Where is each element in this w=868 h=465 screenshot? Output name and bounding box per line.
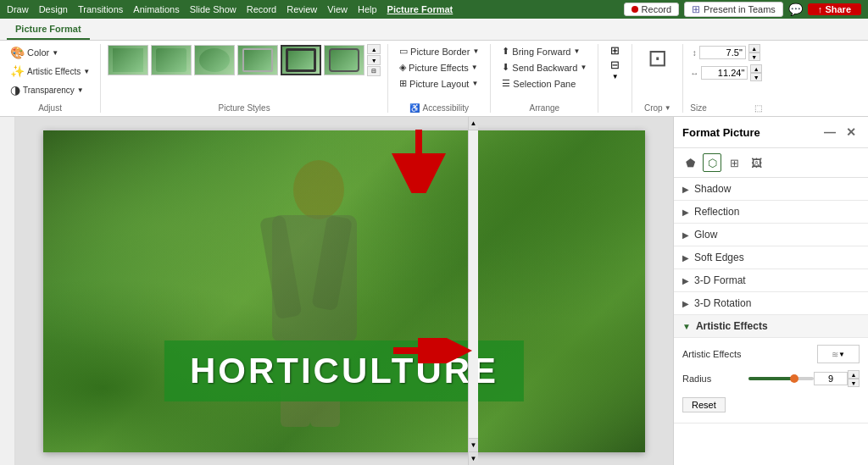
dropdown-arrow-icon: ▼ [838,351,845,358]
3d-format-section-header[interactable]: ▶ 3-D Format [674,269,868,292]
panel-icon-size[interactable]: ⊞ [725,153,743,172]
arrange-dropdown-icon[interactable]: ▼ [612,73,619,80]
glow-chevron-icon: ▶ [682,230,689,240]
picture-styles-label: Picture Styles [219,102,270,113]
bring-forward-button[interactable]: ⬆ Bring Forward ▼ [498,44,584,58]
arrange-icon1[interactable]: ⊞ [610,44,620,57]
adjust-group: 🎨 Color ▼ ✨ Artistic Effects ▼ ◑ Transpa… [0,44,101,113]
color-icon: 🎨 [10,46,25,59]
height-spin-dn[interactable]: ▼ [748,53,760,61]
effects-dropdown-icon: ▼ [471,64,478,71]
artistic-effects-row: Artistic Effects ≋ ▼ [682,345,860,363]
size-expand-icon[interactable]: ⬚ [754,103,762,113]
teams-button[interactable]: ⊞ Present in Teams [684,2,783,17]
tab-picture-format[interactable]: Picture Format [387,4,453,14]
transparency-icon: ◑ [10,83,20,97]
accessibility-label[interactable]: ♿ Accessibility [409,102,468,113]
width-input[interactable] [701,66,748,80]
styles-scroll-dn[interactable]: ▼ [367,55,381,65]
panel-close-icon[interactable]: ✕ [843,124,860,141]
tab-help[interactable]: Help [358,4,377,14]
scroll-up-btn[interactable]: ▲ [469,117,478,130]
transparency-label: Transparency [23,86,75,95]
comment-icon[interactable]: 💬 [788,3,803,16]
share-button[interactable]: ↑ Share [808,3,861,15]
tab-draw[interactable]: Draw [7,4,29,14]
send-backward-button[interactable]: ⬇ Send Backward ▼ [498,60,591,75]
height-spin-up[interactable]: ▲ [748,44,760,53]
arrange-icon2[interactable]: ⊟ [610,58,620,71]
3d-rotation-chevron-icon: ▶ [682,299,689,308]
width-spin-dn[interactable]: ▼ [750,73,762,81]
picture-controls-group: ▭ Picture Border ▼ ◈ Picture Effects ▼ ⊞… [388,44,491,113]
color-button[interactable]: 🎨 Color ▼ [7,44,62,61]
selection-icon: ☰ [502,78,510,89]
scroll-dn2-btn[interactable]: ▼ [469,451,478,465]
panel-icon-shape[interactable]: ⬟ [681,153,699,172]
picture-border-button[interactable]: ▭ Picture Border ▼ [395,44,483,58]
3d-format-label: 3-D Format [694,274,746,286]
tab-slideshow[interactable]: Slide Show [190,4,236,14]
radius-input[interactable] [814,372,848,385]
3d-rotation-section-header[interactable]: ▶ 3-D Rotation [674,292,868,315]
styles-scroll-up[interactable]: ▲ [367,44,381,54]
tab-transitions[interactable]: Transitions [78,4,123,14]
style-thumb-3[interactable] [194,45,235,75]
tab-design[interactable]: Design [39,4,68,14]
radius-label: Radius [682,374,748,384]
tab-record[interactable]: Record [247,4,276,14]
scroll-dn-btn[interactable]: ▼ [469,438,478,451]
radius-spin-dn[interactable]: ▼ [848,379,860,387]
tab-animations[interactable]: Animations [133,4,179,14]
artistic-effects-dropdown[interactable]: ≋ ▼ [817,345,860,363]
artistic-effects-button[interactable]: ✨ Artistic Effects ▼ [7,63,93,80]
bring-forward-label: Bring Forward [512,47,570,57]
send-backward-label: Send Backward [512,63,577,73]
style-thumb-2[interactable] [151,45,192,75]
shadow-label: Shadow [694,183,731,195]
record-button[interactable]: Record [624,3,679,16]
tab-view[interactable]: View [327,4,348,14]
panel-minimize-icon[interactable]: — [821,124,839,141]
styles-more[interactable]: ⊟ [367,66,381,76]
soft-edges-section-header[interactable]: ▶ Soft Edges [674,246,868,269]
radius-slider-track[interactable] [748,377,815,380]
picture-layout-button[interactable]: ⊞ Picture Layout ▼ [395,76,482,91]
radius-slider-fill [748,377,794,380]
shadow-section-header[interactable]: ▶ Shadow [674,178,868,201]
transparency-dropdown-icon: ▼ [77,86,84,94]
slide-area[interactable]: HORTICULTURE ▲ ▼ ▼ [15,117,673,465]
style-thumb-5[interactable] [281,45,321,75]
crop-label[interactable]: Crop ▼ [644,102,671,113]
glow-section-header[interactable]: ▶ Glow [674,224,868,246]
radius-slider-thumb[interactable] [790,374,798,383]
reflection-section-header[interactable]: ▶ Reflection [674,201,868,224]
tab-review[interactable]: Review [287,4,317,14]
height-input[interactable] [699,46,746,59]
teams-label: Present in Teams [704,4,776,14]
crop-icon: ⊡ [648,44,667,72]
left-ruler [0,117,15,465]
color-label: Color [27,47,49,58]
reset-button[interactable]: Reset [682,397,726,412]
artistic-effects-control: ≋ ▼ [817,345,860,363]
width-spin-up[interactable]: ▲ [750,64,762,73]
panel-icon-picture[interactable]: 🖼 [747,153,765,172]
height-icon: ↕ [693,48,697,58]
artistic-effects-section-header[interactable]: ▼ Artistic Effects [674,315,868,338]
selection-pane-button[interactable]: ☰ Selection Pane [498,76,580,91]
style-thumb-6[interactable] [324,45,364,75]
panel-tab-icons: ⬟ ⬡ ⊞ 🖼 [674,148,868,178]
panel-icon-effects[interactable]: ⬡ [703,153,721,172]
picture-effects-button[interactable]: ◈ Picture Effects ▼ [395,60,482,75]
transparency-button[interactable]: ◑ Transparency ▼ [7,81,87,98]
bring-forward-icon: ⬆ [502,46,509,57]
crop-group: ⊡ Crop ▼ [632,44,683,113]
ribbon: 🎨 Color ▼ ✨ Artistic Effects ▼ ◑ Transpa… [0,41,868,117]
radius-spin-up[interactable]: ▲ [848,370,860,379]
share-label: Share [825,4,851,14]
ribbon-tab-picture-format[interactable]: Picture Format [7,19,90,40]
style-thumb-1[interactable] [108,45,148,75]
style-thumb-4[interactable] [237,45,278,75]
adjust-label: Adjust [38,102,62,113]
